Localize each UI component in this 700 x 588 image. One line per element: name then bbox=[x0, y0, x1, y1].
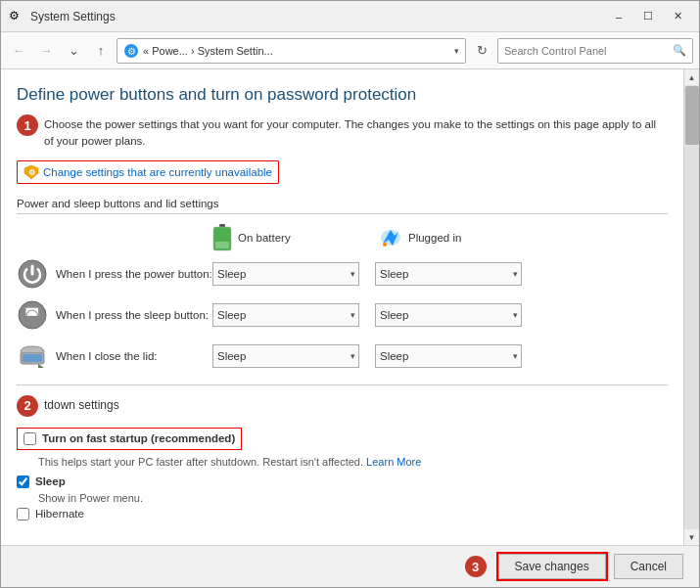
sleep-plugged-dropdown-wrap: Sleep Hibernate Shut down Do nothing ▾ bbox=[375, 303, 522, 327]
shutdown-title: tdown settings bbox=[44, 395, 119, 412]
sleep-plugged-dropdown[interactable]: Sleep Hibernate Shut down Do nothing bbox=[375, 303, 522, 327]
sleep-button-row: ◚ When I press the sleep button: Sleep H… bbox=[17, 298, 668, 332]
power-icon bbox=[17, 258, 48, 290]
step-badge-3: 3 bbox=[465, 556, 487, 577]
svg-text:⚙: ⚙ bbox=[28, 168, 35, 177]
step-badge-2: 2 bbox=[17, 395, 38, 417]
svg-text:⚙: ⚙ bbox=[127, 46, 136, 57]
svg-rect-4 bbox=[219, 224, 225, 227]
lid-label: When I close the lid: bbox=[56, 350, 212, 362]
maximize-button[interactable]: ☐ bbox=[634, 6, 662, 27]
cancel-button[interactable]: Cancel bbox=[614, 554, 683, 579]
address-path: « Powe... › System Settin... bbox=[143, 45, 450, 57]
section-title: Power and sleep buttons and lid settings bbox=[17, 198, 668, 214]
svg-text:◚: ◚ bbox=[24, 306, 40, 323]
window-icon: ⚙ bbox=[9, 9, 24, 24]
forward-button[interactable]: → bbox=[34, 39, 58, 63]
title-bar: ⚙ System Settings – ☐ ✕ bbox=[1, 1, 699, 32]
refresh-button[interactable]: ↻ bbox=[470, 39, 493, 63]
plugged-in-icon bbox=[379, 228, 402, 248]
fast-startup-box: Turn on fast startup (recommended) bbox=[17, 428, 242, 450]
hibernate-checkbox[interactable] bbox=[17, 508, 29, 520]
svg-rect-6 bbox=[215, 242, 229, 249]
svg-point-9 bbox=[383, 243, 387, 247]
search-input[interactable] bbox=[504, 45, 669, 57]
address-field[interactable]: ⚙ « Powe... › System Settin... ▾ bbox=[117, 38, 466, 64]
hibernate-row: Hibernate bbox=[17, 508, 668, 520]
hibernate-label: Hibernate bbox=[35, 508, 84, 520]
content-area: Define power buttons and turn on passwor… bbox=[1, 69, 699, 545]
power-plugged-dropdown-wrap: Sleep Hibernate Shut down Do nothing ▾ bbox=[375, 262, 522, 286]
sleep-battery-dropdown[interactable]: Sleep Hibernate Shut down Do nothing bbox=[212, 303, 359, 327]
plugged-in-header: Plugged in bbox=[379, 224, 545, 251]
scroll-up-arrow[interactable]: ▲ bbox=[684, 69, 700, 85]
address-icon: ⚙ bbox=[123, 43, 139, 59]
power-battery-dropdown[interactable]: Sleep Hibernate Shut down Do nothing bbox=[212, 262, 359, 286]
lid-icon bbox=[17, 340, 48, 372]
sleep-button-label: When I press the sleep button: bbox=[56, 309, 212, 321]
power-button-row: When I press the power button: Sleep Hib… bbox=[17, 257, 668, 291]
lid-battery-dropdown[interactable]: Sleep Hibernate Shut down Do nothing bbox=[212, 344, 359, 368]
shield-icon: ⚙ bbox=[23, 164, 39, 180]
power-battery-dropdown-wrap: Sleep Hibernate Shut down Do nothing ▾ bbox=[212, 262, 359, 286]
dropdown-button[interactable]: ⌄ bbox=[62, 39, 85, 63]
sleep-battery-dropdown-wrap: Sleep Hibernate Shut down Do nothing ▾ bbox=[212, 303, 359, 327]
footer: 3 Save changes Cancel bbox=[1, 545, 699, 587]
scrollbar[interactable]: ▲ ▼ bbox=[683, 69, 699, 545]
sleep-checkbox-row: Sleep bbox=[17, 475, 668, 488]
power-plugged-dropdown[interactable]: Sleep Hibernate Shut down Do nothing bbox=[375, 262, 522, 286]
up-button[interactable]: ↑ bbox=[89, 39, 113, 63]
lid-plugged-dropdown[interactable]: Sleep Hibernate Shut down Do nothing bbox=[375, 344, 522, 368]
sleep-checkbox[interactable] bbox=[17, 475, 29, 488]
scroll-down-arrow[interactable]: ▼ bbox=[684, 529, 700, 545]
page-title: Define power buttons and turn on passwor… bbox=[17, 85, 668, 105]
save-changes-button[interactable]: Save changes bbox=[498, 554, 606, 579]
lid-battery-dropdown-wrap: Sleep Hibernate Shut down Do nothing ▾ bbox=[212, 344, 359, 368]
learn-more-link[interactable]: Learn More bbox=[366, 456, 421, 468]
sleep-checkbox-label: Sleep bbox=[35, 475, 66, 487]
back-button[interactable]: ← bbox=[7, 39, 30, 63]
scroll-track[interactable] bbox=[684, 85, 700, 529]
search-box[interactable]: 🔍 bbox=[497, 38, 693, 64]
step-badge-1: 1 bbox=[17, 114, 38, 136]
system-settings-window: ⚙ System Settings – ☐ ✕ ← → ⌄ ↑ ⚙ « Powe… bbox=[0, 0, 700, 588]
address-bar: ← → ⌄ ↑ ⚙ « Powe... › System Settin... ▾… bbox=[1, 32, 699, 69]
fast-startup-checkbox[interactable] bbox=[23, 432, 36, 445]
lid-row: When I close the lid: Sleep Hibernate Sh… bbox=[17, 339, 668, 373]
fast-startup-label: Turn on fast startup (recommended) bbox=[42, 432, 235, 444]
separator bbox=[17, 384, 668, 385]
search-icon: 🔍 bbox=[673, 44, 686, 57]
address-chevron-icon: ▾ bbox=[454, 46, 459, 56]
on-battery-header: On battery bbox=[212, 224, 379, 251]
lid-plugged-dropdown-wrap: Sleep Hibernate Shut down Do nothing ▾ bbox=[375, 344, 522, 368]
power-button-label: When I press the power button: bbox=[56, 268, 212, 280]
scroll-thumb[interactable] bbox=[685, 86, 699, 145]
battery-icon bbox=[212, 224, 232, 251]
sleep-desc: Show in Power menu. bbox=[38, 492, 668, 504]
change-settings-link[interactable]: ⚙ Change settings that are currently una… bbox=[17, 160, 279, 184]
fast-startup-desc: This helps start your PC faster after sh… bbox=[38, 456, 668, 468]
window-controls: – ☐ ✕ bbox=[605, 6, 691, 27]
intro-text: Choose the power settings that you want … bbox=[44, 114, 668, 151]
minimize-button[interactable]: – bbox=[605, 6, 632, 27]
svg-rect-14 bbox=[23, 354, 42, 362]
sleep-icon: ◚ bbox=[17, 299, 48, 331]
settings-header-row: On battery Plugged in bbox=[212, 224, 668, 251]
window-title: System Settings bbox=[30, 10, 605, 23]
close-button[interactable]: ✕ bbox=[664, 6, 691, 27]
main-content: Define power buttons and turn on passwor… bbox=[1, 69, 683, 545]
